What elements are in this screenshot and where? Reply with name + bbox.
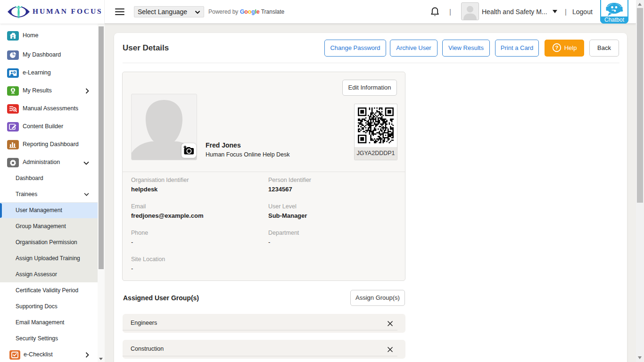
svg-text:?: ? — [555, 45, 558, 50]
